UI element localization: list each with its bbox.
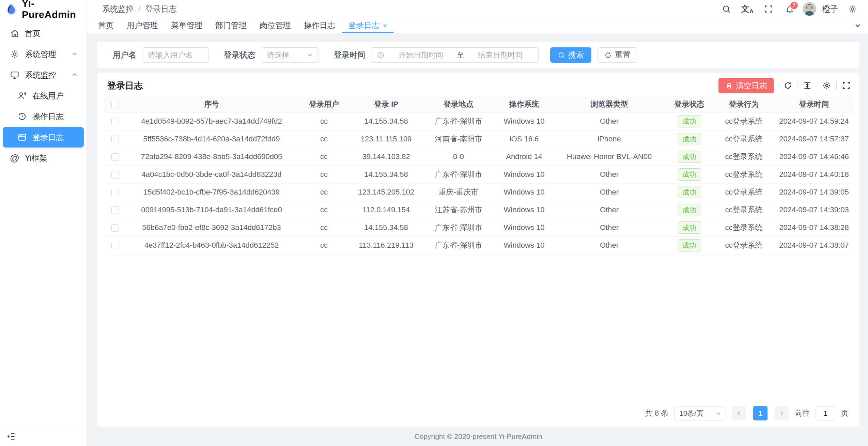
topbar: 系统监控 / 登录日志 文A 7	[87, 0, 868, 18]
sidebar-item-label: 首页	[25, 28, 41, 39]
collapse-sidebar-icon[interactable]	[6, 432, 16, 442]
clear-log-button[interactable]: 清空日志	[718, 78, 774, 93]
breadcrumb-item[interactable]: 系统监控	[102, 4, 134, 14]
refresh-icon[interactable]	[783, 80, 793, 91]
tab-home[interactable]: 首页	[92, 18, 120, 33]
cell-time: 2024-09-07 14:57:37	[775, 130, 853, 148]
status-tag: 成功	[678, 186, 701, 198]
card-header: 登录日志 清空日志	[104, 73, 853, 96]
table-row: 00914995-513b-7104-da91-3a14dd61fce0cc11…	[104, 201, 853, 219]
status-tag: 成功	[678, 133, 701, 145]
cell-os: iOS 16.6	[496, 130, 552, 148]
time-end-placeholder: 结束日期时间	[468, 50, 533, 60]
bell-icon[interactable]: 7	[781, 1, 798, 17]
cell-location: 广东省-深圳市	[421, 166, 496, 183]
status-label: 登录状态	[224, 50, 255, 60]
sidebar-item-system-manage[interactable]: 系统管理	[3, 44, 84, 64]
close-icon[interactable]: ×	[383, 21, 387, 30]
column-header: 登录地点	[421, 96, 496, 112]
cell-status: 成功	[666, 219, 712, 236]
row-checkbox[interactable]	[111, 118, 119, 125]
sidebar-item-label: 系统管理	[25, 49, 56, 60]
monitor-icon	[10, 70, 20, 80]
tab-menu-manage[interactable]: 菜单管理	[165, 18, 209, 33]
row-checkbox[interactable]	[111, 206, 119, 214]
cell-select	[104, 166, 126, 183]
row-checkbox[interactable]	[111, 153, 119, 161]
page-size-select[interactable]: 10条/页	[674, 406, 726, 420]
search-icon[interactable]	[718, 1, 734, 17]
sidebar-item-system-monitor[interactable]: 系统监控	[3, 65, 84, 85]
cell-location: 0-0	[421, 148, 496, 166]
goto-page-input[interactable]	[816, 406, 835, 420]
fullscreen-icon[interactable]	[760, 1, 777, 17]
cell-time: 2024-09-07 14:39:03	[775, 201, 853, 219]
settings-icon[interactable]	[822, 80, 832, 91]
table-empty-space	[104, 255, 853, 406]
cell-user: cc	[297, 148, 351, 166]
tab-user-manage[interactable]: 用户管理	[120, 18, 165, 33]
cell-id: 56b6a7e0-fbb2-ef8c-3692-3a14dd6172b3	[126, 219, 297, 236]
reset-button[interactable]: 重置	[598, 47, 637, 63]
cell-location: 河南省-南阳市	[421, 130, 496, 148]
sidebar-item-operation-log[interactable]: 操作日志	[3, 106, 84, 127]
translate-icon[interactable]: 文A	[739, 1, 756, 17]
username[interactable]: 橙子	[822, 4, 838, 14]
cell-browser: iPhone	[552, 130, 666, 148]
cell-user: cc	[297, 112, 351, 130]
cell-os: Windows 10	[496, 236, 552, 254]
username-input[interactable]	[148, 51, 203, 60]
sidebar-bottom	[0, 427, 87, 446]
sidebar-item-label: 操作日志	[32, 111, 64, 122]
row-checkbox[interactable]	[111, 189, 119, 196]
status-select[interactable]: 请选择	[261, 47, 319, 63]
density-icon[interactable]	[802, 80, 812, 91]
tab-post-manage[interactable]: 岗位管理	[253, 18, 297, 33]
table-body: 4e1d0549-b092-657b-aec7-3a14dd749fd2cc14…	[104, 112, 853, 254]
sidebar-item-online-users[interactable]: 在线用户	[3, 86, 84, 106]
time-range-picker[interactable]: 开始日期时间 至 结束日期时间	[371, 47, 539, 63]
clock-icon	[377, 51, 385, 59]
select-all-header-cell	[104, 96, 126, 112]
row-checkbox[interactable]	[111, 242, 119, 249]
next-page-button[interactable]	[775, 406, 789, 420]
notification-badge: 7	[790, 1, 799, 10]
logo[interactable]: Yi-PureAdmin	[0, 0, 87, 18]
expand-icon[interactable]	[841, 80, 851, 91]
sidebar-item-login-log[interactable]: 登录日志	[3, 127, 84, 148]
sidebar-item-home[interactable]: 首页	[3, 23, 84, 44]
avatar[interactable]	[803, 2, 816, 16]
username-input-wrap	[142, 47, 209, 63]
search-button[interactable]: 搜索	[550, 47, 591, 63]
cell-user: cc	[297, 130, 351, 148]
column-header: 操作系统	[496, 96, 552, 112]
row-checkbox[interactable]	[111, 171, 119, 179]
page-number-button[interactable]: 1	[753, 406, 768, 420]
tab-label: 岗位管理	[260, 20, 291, 31]
cell-select	[104, 130, 126, 148]
cell-status: 成功	[666, 130, 712, 148]
cell-location: 重庆-重庆市	[421, 183, 496, 201]
at-icon: @	[10, 153, 20, 163]
select-all-checkbox[interactable]	[111, 101, 119, 108]
sidebar-item-yi-framework[interactable]: @Yi框架	[3, 148, 84, 168]
search-form-card: 用户名 登录状态 请选择 登录时间	[97, 42, 859, 68]
gear-icon[interactable]	[844, 1, 861, 17]
column-header: 序号	[126, 96, 297, 112]
row-checkbox[interactable]	[111, 224, 119, 232]
time-form-item: 登录时间 开始日期时间 至 结束日期时间	[334, 47, 539, 63]
table-row: 56b6a7e0-fbb2-ef8c-3692-3a14dd6172b3cc14…	[104, 219, 853, 236]
tab-dept-manage[interactable]: 部门管理	[209, 18, 253, 33]
time-start-placeholder: 开始日期时间	[388, 50, 453, 60]
tab-login-log[interactable]: 登录日志×	[342, 18, 393, 33]
prev-page-button[interactable]	[732, 406, 746, 420]
card-title: 登录日志	[107, 80, 143, 92]
tab-menu-chevron-icon[interactable]	[848, 18, 868, 33]
column-header: 登录用户	[297, 96, 351, 112]
table-row: 5ff5536c-738b-4d14-620a-3a14dd72fdd9cc12…	[104, 130, 853, 148]
row-checkbox[interactable]	[111, 136, 119, 143]
cell-behavior: cc登录系统	[712, 236, 775, 254]
tab-operation-log[interactable]: 操作日志	[297, 18, 342, 33]
cell-os: Android 14	[496, 148, 552, 166]
refresh-icon	[604, 51, 612, 59]
